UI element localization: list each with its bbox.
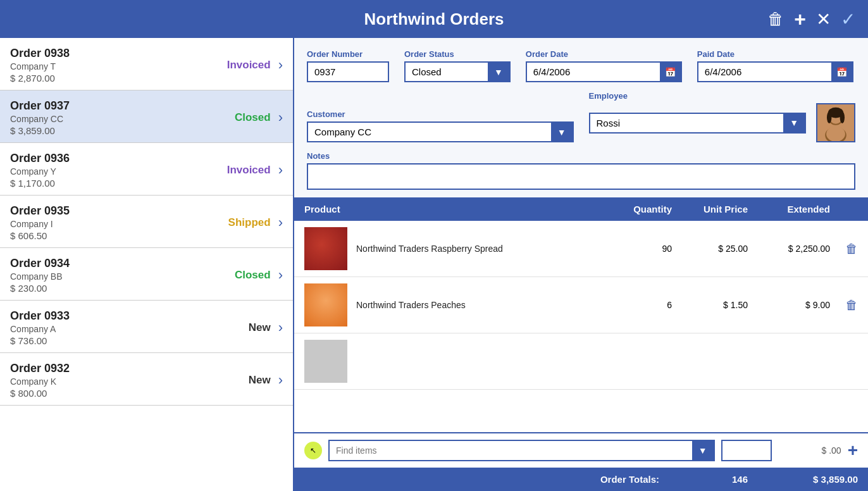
order-status: Invoiced: [214, 59, 271, 71]
order-number-input[interactable]: [307, 61, 389, 82]
order-list-item[interactable]: Order 0936 Company Y $ 1,170.00 Invoiced…: [0, 143, 293, 196]
order-name: Order 0933: [10, 309, 214, 323]
notes-label: Notes: [307, 151, 855, 161]
product-name: Northwind Traders Raspberry Spread: [356, 244, 609, 254]
header-actions: 🗑 + ✕ ✓: [767, 8, 855, 31]
cursor-indicator: ↖: [304, 442, 322, 459]
employee-group: Employee ▼: [589, 91, 856, 142]
order-status-dropdown-btn[interactable]: ▼: [488, 63, 509, 81]
product-thumbnail: [304, 283, 347, 326]
order-name: Order 0934: [10, 257, 214, 270]
add-icon[interactable]: +: [794, 8, 806, 31]
amount-display: $ .00: [778, 445, 841, 456]
order-list-item[interactable]: Order 0937 Company CC $ 3,859.00 Closed …: [0, 90, 293, 143]
employee-label: Employee: [589, 91, 856, 101]
employee-input[interactable]: [590, 114, 784, 132]
order-company: Company BB: [10, 271, 214, 282]
order-status-group: Order Status ▼: [404, 49, 511, 82]
customer-input[interactable]: [308, 123, 551, 141]
order-list-item[interactable]: Order 0934 Company BB $ 230.00 Closed ›: [0, 248, 293, 301]
order-chevron-icon: ›: [278, 57, 283, 73]
paid-date-calendar-btn[interactable]: 📅: [831, 63, 852, 81]
order-chevron-icon: ›: [278, 214, 283, 231]
col-qty-header: Quantity: [609, 204, 672, 214]
notes-group: Notes: [307, 151, 855, 190]
paid-date-input[interactable]: [698, 63, 831, 81]
order-chevron-icon: ›: [278, 109, 283, 126]
order-name: Order 0935: [10, 204, 214, 218]
order-date-input-wrapper: 📅: [526, 61, 682, 82]
order-chevron-icon: ›: [278, 320, 283, 336]
order-amount: $ 1,170.00: [10, 178, 214, 189]
order-status-input[interactable]: [406, 63, 488, 81]
notes-textarea[interactable]: [307, 163, 855, 190]
order-list-item[interactable]: Order 0935 Company I $ 606.50 Shipped ›: [0, 196, 293, 248]
product-unit-price: $ 1.50: [672, 300, 748, 310]
col-price-header: Unit Price: [672, 204, 748, 214]
cancel-icon[interactable]: ✕: [816, 9, 831, 30]
form-section: Order Number Order Status ▼ Order Date 📅: [294, 38, 868, 197]
product-qty: 90: [609, 244, 672, 254]
svg-point-7: [840, 111, 845, 123]
product-unit-price: $ 25.00: [672, 244, 748, 254]
order-info: Order 0936 Company Y $ 1,170.00: [10, 152, 214, 189]
employee-photo: [816, 103, 855, 142]
customer-label: Customer: [307, 109, 574, 119]
order-number-label: Order Number: [307, 49, 389, 59]
product-delete-btn[interactable]: 🗑: [845, 242, 858, 256]
order-date-input[interactable]: [527, 63, 660, 81]
order-date-group: Order Date 📅: [526, 49, 682, 82]
order-info: Order 0932 Company K $ 800.00: [10, 362, 214, 399]
totals-row: Order Totals: 146 $ 3,859.00: [294, 468, 868, 491]
order-amount: $ 3,859.00: [10, 125, 214, 136]
product-extended: $ 9.00: [748, 300, 830, 310]
confirm-icon[interactable]: ✓: [841, 9, 855, 30]
order-status-select-wrapper: ▼: [404, 61, 511, 82]
employee-select-wrapper: ▼: [589, 113, 807, 134]
order-status-label: Order Status: [404, 49, 511, 59]
product-row: Northwind Traders Raspberry Spread 90 $ …: [294, 221, 868, 277]
add-product-btn[interactable]: +: [848, 440, 858, 461]
order-status: Shipped: [214, 216, 271, 229]
find-items-dropdown-btn[interactable]: ▼: [692, 441, 714, 460]
order-list-item[interactable]: Order 0938 Company T $ 2,870.00 Invoiced…: [0, 38, 293, 90]
order-list-item[interactable]: Order 0933 Company A $ 736.00 New ›: [0, 301, 293, 353]
employee-dropdown-btn[interactable]: ▼: [783, 114, 805, 132]
order-amount: $ 736.00: [10, 335, 214, 346]
order-amount: $ 800.00: [10, 388, 214, 399]
app-header: Northwind Orders 🗑 + ✕ ✓: [0, 0, 868, 38]
col-product-header: Product: [304, 204, 609, 214]
order-info: Order 0935 Company I $ 606.50: [10, 204, 214, 241]
qty-input[interactable]: [721, 440, 772, 461]
order-company: Company T: [10, 61, 214, 71]
order-status: Closed: [214, 111, 271, 124]
order-date-calendar-btn[interactable]: 📅: [660, 63, 681, 81]
find-items-input[interactable]: [330, 441, 692, 460]
delete-icon[interactable]: 🗑: [767, 9, 784, 29]
order-company: Company K: [10, 376, 214, 387]
totals-label: Order Totals:: [304, 474, 685, 485]
products-section: Product Quantity Unit Price Extended Nor…: [294, 197, 868, 491]
paid-date-input-wrapper: 📅: [697, 61, 853, 82]
order-chevron-icon: ›: [278, 267, 283, 283]
products-header: Product Quantity Unit Price Extended: [294, 197, 868, 221]
products-body: Northwind Traders Raspberry Spread 90 $ …: [294, 221, 868, 432]
detail-panel: Order Number Order Status ▼ Order Date 📅: [294, 38, 868, 491]
order-date-label: Order Date: [526, 49, 682, 59]
order-list-item[interactable]: Order 0932 Company K $ 800.00 New ›: [0, 353, 293, 406]
product-delete-btn[interactable]: 🗑: [845, 298, 858, 313]
order-amount: $ 2,870.00: [10, 73, 214, 84]
order-info: Order 0934 Company BB $ 230.00: [10, 257, 214, 294]
customer-dropdown-btn[interactable]: ▼: [551, 123, 573, 141]
order-status: Invoiced: [214, 164, 271, 177]
order-amount: $ 606.50: [10, 230, 214, 241]
product-qty: 6: [609, 300, 672, 310]
order-amount: $ 230.00: [10, 283, 214, 294]
paid-date-label: Paid Date: [697, 49, 853, 59]
order-name: Order 0938: [10, 47, 214, 60]
product-action: 🗑: [830, 242, 858, 256]
totals-qty: 146: [685, 474, 748, 485]
col-action-header: [830, 204, 858, 214]
totals-extended: $ 3,859.00: [748, 474, 858, 485]
order-company: Company I: [10, 219, 214, 229]
